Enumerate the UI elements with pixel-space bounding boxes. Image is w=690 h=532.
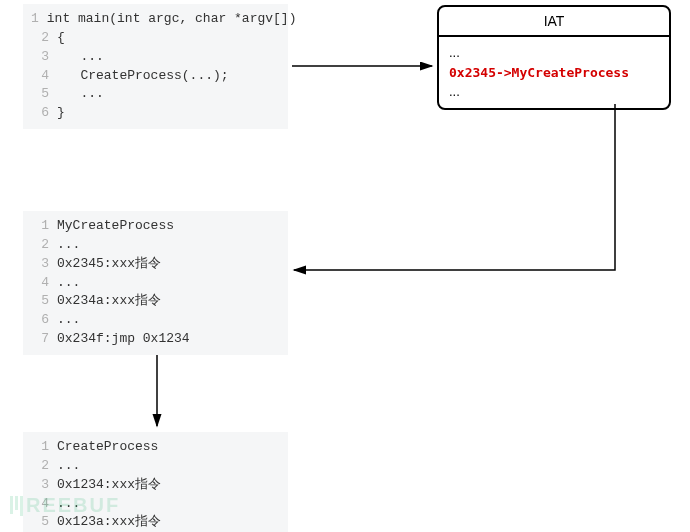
line-number: 5: [31, 85, 49, 104]
line-number: 5: [31, 292, 49, 311]
code-text: ...: [57, 457, 80, 476]
code-text: CreateProcess: [57, 438, 158, 457]
code-line: 30x2345:xxx指令: [31, 255, 280, 274]
line-number: 3: [31, 476, 49, 495]
line-number: 1: [31, 10, 39, 29]
iat-title: IAT: [439, 7, 669, 37]
iat-table: IAT ... 0x2345->MyCreateProcess ...: [437, 5, 671, 110]
code-text: ...: [57, 236, 80, 255]
watermark: REEBUF: [10, 494, 120, 517]
code-text: 0x1234:xxx指令: [57, 476, 161, 495]
code-text: 0x234a:xxx指令: [57, 292, 161, 311]
code-line: 1CreateProcess: [31, 438, 280, 457]
code-line: 70x234f:jmp 0x1234: [31, 330, 280, 349]
code-line: 6}: [31, 104, 280, 123]
iat-row-hook: 0x2345->MyCreateProcess: [449, 63, 659, 83]
code-line: 50x234a:xxx指令: [31, 292, 280, 311]
code-line: 2...: [31, 236, 280, 255]
line-number: 4: [31, 67, 49, 86]
code-line: 2...: [31, 457, 280, 476]
code-text: ...: [57, 48, 104, 67]
code-text: 0x234f:jmp 0x1234: [57, 330, 190, 349]
code-line: 5 ...: [31, 85, 280, 104]
line-number: 2: [31, 29, 49, 48]
code-line: 2{: [31, 29, 280, 48]
line-number: 3: [31, 255, 49, 274]
code-text: }: [57, 104, 65, 123]
code-text: MyCreateProcess: [57, 217, 174, 236]
line-number: 7: [31, 330, 49, 349]
code-text: {: [57, 29, 65, 48]
line-number: 3: [31, 48, 49, 67]
code-line: 1MyCreateProcess: [31, 217, 280, 236]
code-text: CreateProcess(...);: [57, 67, 229, 86]
line-number: 1: [31, 217, 49, 236]
code-line: 3 ...: [31, 48, 280, 67]
code-line: 1int main(int argc, char *argv[]): [31, 10, 280, 29]
iat-body: ... 0x2345->MyCreateProcess ...: [439, 37, 669, 108]
code-text: 0x2345:xxx指令: [57, 255, 161, 274]
code-text: ...: [57, 85, 104, 104]
code-line: 30x1234:xxx指令: [31, 476, 280, 495]
code-block-mycreateprocess: 1MyCreateProcess2...30x2345:xxx指令4...50x…: [23, 211, 288, 355]
iat-row: ...: [449, 43, 659, 63]
line-number: 2: [31, 236, 49, 255]
code-block-createprocess: 1CreateProcess2...30x1234:xxx指令4...50x12…: [23, 432, 288, 532]
code-line: 4...: [31, 274, 280, 293]
iat-row: ...: [449, 82, 659, 102]
code-text: ...: [57, 274, 80, 293]
code-line: 4 CreateProcess(...);: [31, 67, 280, 86]
line-number: 1: [31, 438, 49, 457]
code-text: ...: [57, 311, 80, 330]
line-number: 4: [31, 274, 49, 293]
line-number: 6: [31, 104, 49, 123]
code-text: int main(int argc, char *argv[]): [47, 10, 297, 29]
line-number: 6: [31, 311, 49, 330]
code-block-main: 1int main(int argc, char *argv[])2{3 ...…: [23, 4, 288, 129]
line-number: 2: [31, 457, 49, 476]
code-line: 6...: [31, 311, 280, 330]
